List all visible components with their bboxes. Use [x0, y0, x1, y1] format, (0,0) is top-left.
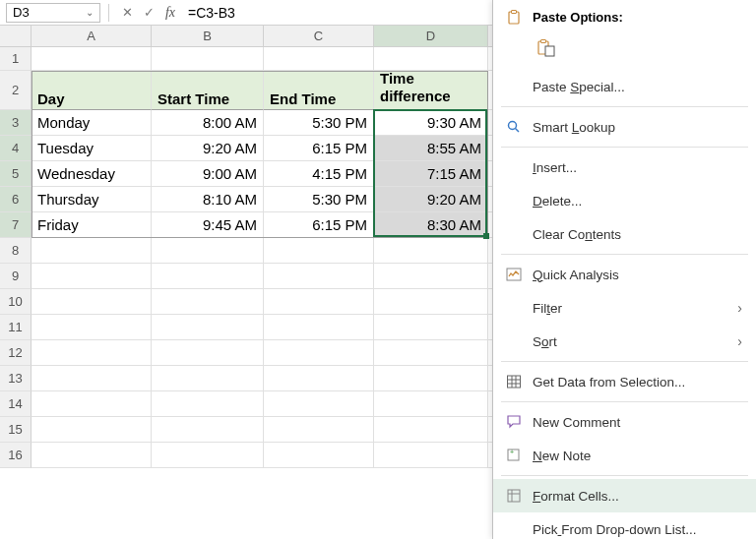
cell-c5[interactable]: 4:15 PM	[264, 161, 374, 187]
row-header-15[interactable]: 15	[0, 417, 32, 443]
cell-c4[interactable]: 6:15 PM	[264, 136, 374, 161]
cell-d7[interactable]: 8:30 AM	[374, 212, 488, 238]
column-header-d[interactable]: D	[374, 26, 488, 47]
cell-d5[interactable]: 7:15 AM	[374, 161, 488, 187]
cell-b10[interactable]	[152, 289, 264, 315]
cell-b9[interactable]	[152, 264, 264, 289]
cell-c15[interactable]	[264, 417, 374, 443]
name-box[interactable]: D3 ⌄	[6, 3, 100, 23]
menu-item-format-cells[interactable]: Format Cells...	[493, 479, 756, 512]
row-header-7[interactable]: 7	[0, 212, 32, 238]
cell-b16[interactable]	[152, 443, 264, 468]
cell-d8[interactable]	[374, 238, 488, 264]
row-header-10[interactable]: 10	[0, 289, 32, 315]
cell-b1[interactable]	[152, 47, 264, 71]
cell-c16[interactable]	[264, 443, 374, 468]
cell-c12[interactable]	[264, 340, 374, 366]
cell-a7[interactable]: Friday	[32, 212, 152, 238]
cell-c7[interactable]: 6:15 PM	[264, 212, 374, 238]
cell-c14[interactable]	[264, 391, 374, 417]
cell-d9[interactable]	[374, 264, 488, 289]
row-header-11[interactable]: 11	[0, 315, 32, 340]
cell-b6[interactable]: 8:10 AM	[152, 187, 264, 212]
column-header-a[interactable]: A	[32, 26, 152, 47]
cell-c1[interactable]	[264, 47, 374, 71]
column-header-c[interactable]: C	[264, 26, 374, 47]
cell-d1[interactable]	[374, 47, 488, 71]
row-header-9[interactable]: 9	[0, 264, 32, 289]
cell-b4[interactable]: 9:20 AM	[152, 136, 264, 161]
cell-d3[interactable]: 9:30 AM	[374, 110, 488, 136]
cell-a4[interactable]: Tuesday	[32, 136, 152, 161]
cell-b11[interactable]	[152, 315, 264, 340]
cell-a10[interactable]	[32, 289, 152, 315]
cell-c8[interactable]	[264, 238, 374, 264]
menu-item-clear-contents[interactable]: Clear Contents	[493, 217, 756, 251]
cell-b3[interactable]: 8:00 AM	[152, 110, 264, 136]
cell-b12[interactable]	[152, 340, 264, 366]
cell-a12[interactable]	[32, 340, 152, 366]
menu-item-smart-lookup[interactable]: Smart Lookup	[493, 110, 756, 144]
row-header-4[interactable]: 4	[0, 136, 32, 161]
cell-b14[interactable]	[152, 391, 264, 417]
cell-d15[interactable]	[374, 417, 488, 443]
cell-b5[interactable]: 9:00 AM	[152, 161, 264, 187]
cell-d2[interactable]: Time difference	[374, 71, 488, 110]
cell-c10[interactable]	[264, 289, 374, 315]
cancel-icon[interactable]: ✕	[117, 3, 137, 23]
menu-item-paste-special[interactable]: Paste Special...	[493, 70, 756, 103]
row-header-5[interactable]: 5	[0, 161, 32, 187]
cell-b15[interactable]	[152, 417, 264, 443]
row-header-8[interactable]: 8	[0, 238, 32, 264]
cell-b8[interactable]	[152, 238, 264, 264]
cell-a1[interactable]	[32, 47, 152, 71]
select-all-corner[interactable]	[0, 26, 32, 47]
enter-icon[interactable]: ✓	[139, 3, 158, 23]
menu-item-get-data[interactable]: Get Data from Selection...	[493, 365, 756, 398]
paste-button[interactable]	[533, 34, 560, 62]
cell-a9[interactable]	[32, 264, 152, 289]
cell-b7[interactable]: 9:45 AM	[152, 212, 264, 238]
row-header-12[interactable]: 12	[0, 340, 32, 366]
cell-c9[interactable]	[264, 264, 374, 289]
cell-c3[interactable]: 5:30 PM	[264, 110, 374, 136]
cell-c13[interactable]	[264, 366, 374, 391]
cell-d12[interactable]	[374, 340, 488, 366]
row-header-16[interactable]: 16	[0, 443, 32, 468]
cell-d16[interactable]	[374, 443, 488, 468]
menu-item-sort[interactable]: Sort›	[493, 325, 756, 358]
cell-c2[interactable]: End Time	[264, 71, 374, 110]
menu-item-filter[interactable]: Filter›	[493, 291, 756, 325]
row-header-14[interactable]: 14	[0, 391, 32, 417]
cell-a3[interactable]: Monday	[32, 110, 152, 136]
menu-item-pick-list[interactable]: Pick From Drop-down List...	[493, 512, 756, 539]
cell-a6[interactable]: Thursday	[32, 187, 152, 212]
menu-item-new-note[interactable]: +New Note	[493, 439, 756, 472]
cell-d11[interactable]	[374, 315, 488, 340]
cell-a2[interactable]: Day	[32, 71, 152, 110]
cell-a8[interactable]	[32, 238, 152, 264]
menu-item-quick-analysis[interactable]: Quick Analysis	[493, 258, 756, 291]
chevron-down-icon[interactable]: ⌄	[86, 7, 94, 18]
cell-c6[interactable]: 5:30 PM	[264, 187, 374, 212]
row-header-2[interactable]: 2	[0, 71, 32, 110]
fx-icon[interactable]: fx	[160, 3, 180, 23]
cell-a11[interactable]	[32, 315, 152, 340]
cell-a14[interactable]	[32, 391, 152, 417]
cell-b13[interactable]	[152, 366, 264, 391]
menu-item-new-comment[interactable]: New Comment	[493, 405, 756, 439]
cell-a13[interactable]	[32, 366, 152, 391]
row-header-6[interactable]: 6	[0, 187, 32, 212]
cell-a5[interactable]: Wednesday	[32, 161, 152, 187]
column-header-b[interactable]: B	[152, 26, 264, 47]
cell-a16[interactable]	[32, 443, 152, 468]
cell-d4[interactable]: 8:55 AM	[374, 136, 488, 161]
cell-d14[interactable]	[374, 391, 488, 417]
cell-d10[interactable]	[374, 289, 488, 315]
cell-c11[interactable]	[264, 315, 374, 340]
row-header-13[interactable]: 13	[0, 366, 32, 391]
menu-item-insert[interactable]: Insert...	[493, 150, 756, 184]
cell-a15[interactable]	[32, 417, 152, 443]
cell-b2[interactable]: Start Time	[152, 71, 264, 110]
menu-item-delete[interactable]: Delete...	[493, 184, 756, 217]
